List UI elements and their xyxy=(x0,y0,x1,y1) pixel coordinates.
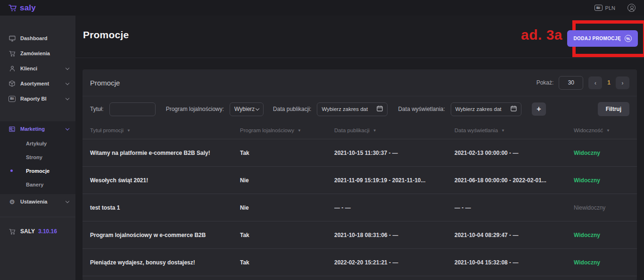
sidebar-subitem-banery[interactable]: Banery xyxy=(0,178,75,191)
cart-icon xyxy=(8,229,16,235)
topbar: saly Bi PLN xyxy=(0,0,644,16)
add-filter-button[interactable]: + xyxy=(532,102,546,116)
chevron-down-icon xyxy=(66,66,69,69)
cell-loyalty: Tak xyxy=(240,150,334,156)
sort-icon[interactable]: ▼ xyxy=(606,128,610,133)
marketing-icon xyxy=(8,126,16,132)
person-icon xyxy=(8,66,16,72)
cell-title: test tosta 1 xyxy=(83,204,240,211)
table-row[interactable]: Program lojalnościowy w e-commerce B2B T… xyxy=(83,221,637,248)
current-page-number: 1 xyxy=(607,79,611,86)
cell-visibility: Widoczny xyxy=(574,177,637,184)
chevron-down-icon xyxy=(66,199,69,203)
currency-selector[interactable]: Bi PLN xyxy=(594,5,615,11)
chevron-down-icon xyxy=(66,81,69,85)
column-header-label: Tytuł promocji xyxy=(90,127,124,133)
sidebar-item-zamowienia[interactable]: Zamówienia xyxy=(0,46,75,61)
cart-logo-icon xyxy=(8,4,17,12)
sidebar-item-label: Dashboard xyxy=(20,35,69,41)
cell-publish-date: 2021-11-09 15:19:19 - 2021-11-10... xyxy=(334,177,454,184)
package-icon xyxy=(8,80,16,87)
marketing-section: Marketing Artykuły Strony Promocje Baner… xyxy=(0,121,75,194)
cell-publish-date: 2021-10-15 11:30:37 - — xyxy=(334,150,454,156)
currency-code: PLN xyxy=(605,5,615,11)
sidebar-subitem-label: Banery xyxy=(26,182,43,187)
sidebar-item-label: Raporty BI xyxy=(20,96,66,102)
app-logo[interactable]: saly xyxy=(8,3,36,13)
column-header-loyalty: Program lojalnościowy ▼ xyxy=(240,127,334,133)
publish-date-filter-label: Data publikacji: xyxy=(273,106,311,112)
prev-page-button[interactable]: ‹ xyxy=(588,76,602,89)
sidebar-item-label: Klienci xyxy=(20,66,66,71)
loyalty-filter-label: Program lojalnościowy: xyxy=(166,106,224,112)
table-row[interactable]: Pieniądze wydajesz, bonusy dostajesz! Ta… xyxy=(83,248,637,276)
sidebar-item-dashboard[interactable]: Dashboard xyxy=(0,31,75,46)
pagination: Pokaż: ‹ 1 › xyxy=(537,76,629,90)
table-header-row: Tytuł promocji ▼ Program lojalnościowy ▼… xyxy=(83,122,637,139)
card-title: Promocje xyxy=(90,79,120,87)
cell-display-date: 2021-10-04 08:29:47 - — xyxy=(454,232,574,238)
column-header-publish-date: Data publikacji ▼ xyxy=(334,127,454,133)
user-avatar-icon[interactable] xyxy=(627,4,636,12)
chevron-down-icon xyxy=(256,107,259,110)
cell-publish-date: 2022-02-20 15:21:21 - — xyxy=(334,259,454,266)
display-date-range-input[interactable]: Wybierz zakres dat xyxy=(451,102,521,116)
sidebar-item-label: Zamówienia xyxy=(20,51,69,56)
sidebar-item-label: Asortyment xyxy=(20,81,66,86)
card-header: Promocje Pokaż: ‹ 1 › xyxy=(83,69,637,96)
sort-icon[interactable]: ▼ xyxy=(297,128,301,133)
cell-display-date: 2021-06-18 00:00:00 - 2022-02-01... xyxy=(454,177,574,184)
page-size-label: Pokaż: xyxy=(537,79,554,86)
publish-date-range-input[interactable]: Wybierz zakres dat xyxy=(317,102,388,116)
title-filter-input[interactable] xyxy=(109,102,156,116)
loyalty-filter-value: Wybierz xyxy=(234,106,255,112)
version-number: 3.10.16 xyxy=(38,228,57,235)
sidebar-item-klienci[interactable]: Klienci xyxy=(0,61,75,76)
sidebar: Dashboard Zamówienia Klienci Asortyment xyxy=(0,16,75,280)
column-header-label: Widoczność xyxy=(574,127,603,133)
add-promotion-button[interactable]: DODAJ PROMOCJĘ % xyxy=(567,30,638,47)
sidebar-subitem-label: Promocje xyxy=(26,168,50,174)
sidebar-item-asortyment[interactable]: Asortyment xyxy=(0,76,75,91)
display-date-filter-label: Data wyświetlania: xyxy=(398,106,445,112)
sidebar-item-ustawienia[interactable]: ⚙ Ustawienia xyxy=(0,194,75,209)
next-page-button[interactable]: › xyxy=(616,76,629,89)
cell-publish-date: — - — xyxy=(334,204,454,211)
table-row[interactable]: test tosta 1 Nie — - — — - — Niewidoczny xyxy=(83,194,637,221)
sidebar-subitem-artykuly[interactable]: Artykuły xyxy=(0,136,75,150)
app-version: SALY 3.10.16 xyxy=(0,217,75,246)
sidebar-item-label: Ustawienia xyxy=(20,199,66,204)
cell-loyalty: Tak xyxy=(240,232,334,238)
sort-icon[interactable]: ▼ xyxy=(127,128,131,133)
cart-icon xyxy=(8,51,16,57)
sidebar-item-label: Marketing xyxy=(20,126,66,132)
cell-loyalty: Nie xyxy=(240,204,334,211)
cell-visibility: Widoczny xyxy=(574,150,637,156)
sidebar-subitem-strony[interactable]: Strony xyxy=(0,150,75,164)
version-app-name: SALY xyxy=(20,228,35,235)
cell-title: Wesołych świąt 2021! xyxy=(83,177,240,184)
sort-icon[interactable]: ▼ xyxy=(501,128,505,133)
table-row-clipped xyxy=(83,276,637,280)
logo-text: saly xyxy=(20,3,36,13)
cell-publish-date: 2021-10-18 08:31:06 - — xyxy=(334,232,454,238)
cell-display-date: 2021-10-04 15:32:08 - — xyxy=(454,259,574,266)
filter-bar: Tytuł: Program lojalnościowy: Wybierz Da… xyxy=(83,96,637,122)
percent-circle-icon: % xyxy=(625,35,632,42)
filter-button[interactable]: Filtruj xyxy=(598,102,629,116)
page-title: Promocje xyxy=(83,29,129,41)
cell-visibility: Widoczny xyxy=(574,259,637,266)
page-size-input[interactable] xyxy=(559,76,583,90)
table-row[interactable]: Witamy na platformie e-commerce B2B Saly… xyxy=(83,139,637,166)
sidebar-item-raporty-bi[interactable]: Bi Raporty BI xyxy=(0,91,75,106)
column-header-visibility: Widoczność ▼ xyxy=(574,127,637,133)
table-row[interactable]: Wesołych świąt 2021! Nie 2021-11-09 15:1… xyxy=(83,166,637,194)
loyalty-filter-select[interactable]: Wybierz xyxy=(230,102,264,116)
monitor-icon xyxy=(8,35,16,42)
promotions-card: Promocje Pokaż: ‹ 1 › Tytuł: Program loj… xyxy=(83,69,637,280)
sort-icon[interactable]: ▼ xyxy=(373,128,377,133)
page-header: Promocje ad. 3a DODAJ PROMOCJĘ % xyxy=(75,16,644,58)
sidebar-item-marketing[interactable]: Marketing xyxy=(0,121,75,136)
column-header-label: Program lojalnościowy xyxy=(240,127,294,133)
sidebar-subitem-promocje[interactable]: Promocje xyxy=(0,164,75,178)
